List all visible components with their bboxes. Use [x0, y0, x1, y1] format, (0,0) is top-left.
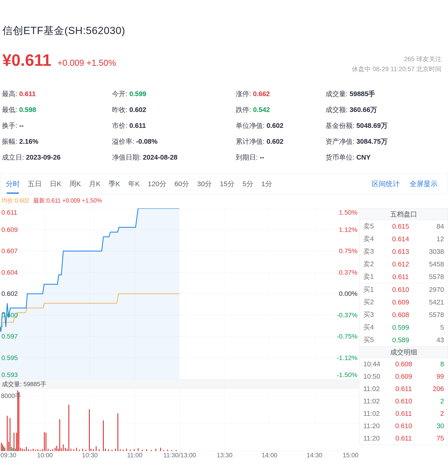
tab-links: 区间统计全屏显示 [372, 179, 447, 189]
stat-item: 成交量: 59885手 [325, 89, 388, 98]
tab-60分[interactable]: 60分 [174, 174, 189, 194]
trade-price: 0.611 [389, 410, 418, 417]
percent-axis-label: -0.37% [337, 312, 357, 319]
trade-row: 11:200.61175 [360, 432, 448, 444]
tab-120分[interactable]: 120分 [148, 174, 166, 194]
quote-meta: 265 球友关注 休盘中 08-29 11:20:57 北京时间 [352, 54, 442, 74]
stat-item: 累计净值: 0.602 [236, 137, 284, 146]
tab-月K[interactable]: 月K [89, 174, 101, 194]
price-axis-label: 0.602 [1, 290, 18, 297]
tab-分时[interactable]: 分时 [6, 174, 20, 194]
stat-item: 昨收: 0.602 [112, 105, 177, 114]
stat-label: 昨收: [112, 106, 129, 113]
trade-detail-title: 成交明细 [360, 346, 448, 358]
stat-value: 0.602 [267, 122, 284, 129]
order-volume: 43 [416, 336, 444, 344]
time-tick-11-00: 11:00 [127, 452, 142, 459]
stat-label: 溢价率: [112, 138, 136, 145]
active-tab-underline [7, 193, 19, 194]
tab-季K[interactable]: 季K [108, 174, 120, 194]
trade-row: 11:200.61030 [360, 420, 448, 432]
order-volume: 2970 [416, 286, 444, 294]
stat-label: 最高: [2, 90, 19, 97]
stat-item: 溢价率: -0.08% [112, 137, 177, 146]
trade-volume: 75 [418, 435, 444, 442]
price-row: ¥0.611 +0.009 +1.50% [2, 51, 116, 69]
order-level: 买4 [363, 323, 385, 332]
trade-row: 11:020.611206 [360, 383, 448, 395]
stat-item: 最高: 0.611 [2, 89, 60, 98]
stat-label: 成交量: [325, 90, 350, 97]
tab-15分[interactable]: 15分 [220, 174, 234, 194]
price-axis-label: 0.611 [1, 209, 17, 216]
stat-label: 到期日: [236, 153, 260, 161]
link-全屏显示[interactable]: 全屏显示 [409, 179, 437, 189]
price-change: +0.009 +1.50% [57, 58, 116, 68]
order-book-row: 卖10.6115578 [360, 270, 448, 283]
stat-label: 成立日: [2, 153, 26, 161]
time-tick-14-30: 14:30 [306, 452, 323, 459]
order-level: 卖4 [363, 234, 385, 244]
stat-label: 跌停: [236, 106, 253, 113]
trade-row: 11:020.6112 [360, 407, 448, 420]
stat-item: 基金份额: 5048.69万 [325, 121, 388, 130]
stat-item: 成交额: 360.66万 [325, 105, 388, 114]
order-book-row: 买20.6095421 [360, 296, 448, 308]
order-book-row: 卖20.6125458 [360, 258, 448, 270]
order-level: 卖3 [363, 247, 385, 256]
stat-value: 360.66万 [350, 106, 377, 113]
tab-五日[interactable]: 五日 [28, 174, 42, 194]
trade-volume: 30 [418, 422, 444, 430]
tab-日K[interactable]: 日K [50, 174, 61, 194]
stat-item: 最低: 0.598 [2, 105, 60, 114]
trade-price: 0.611 [389, 385, 418, 393]
stat-item: 单位净值: 0.602 [236, 121, 284, 130]
order-level: 买5 [363, 335, 385, 345]
order-book-row: 买10.6102970 [360, 283, 448, 296]
intraday-price-chart[interactable]: 0.6110.6090.6070.6040.6020.6000.5970.595… [0, 208, 359, 379]
order-price: 0.608 [385, 311, 416, 319]
stat-label: 资产净值: [325, 138, 356, 145]
stat-value: 0.602 [267, 138, 284, 145]
price-axis-label: 0.600 [1, 312, 18, 319]
link-区间统计[interactable]: 区间统计 [372, 179, 400, 189]
stat-label: 振幅: [2, 138, 19, 145]
order-book-row: 买50.58943 [360, 334, 448, 346]
market-status: 休盘中 08-29 11:20:57 北京时间 [352, 64, 442, 74]
stat-value: -0.08% [136, 138, 158, 145]
tab-年K[interactable]: 年K [128, 174, 140, 194]
trade-time: 10:50 [363, 373, 389, 380]
stat-label: 基金份额: [325, 122, 356, 129]
price-axis-label: 0.607 [1, 247, 18, 255]
order-price: 0.614 [385, 235, 416, 243]
trade-time: 11:02 [363, 397, 389, 405]
trade-time: 11:20 [363, 422, 389, 430]
order-volume: 5458 [416, 261, 444, 268]
tab-5分[interactable]: 5分 [242, 174, 253, 194]
stat-value: 5048.69万 [356, 122, 388, 129]
ask-levels: 卖50.61584卖40.61412卖30.6133038卖20.6125458… [360, 220, 448, 283]
page-title: 信创ETF基金(SH:562030) [2, 24, 125, 38]
volume-chart[interactable]: 8000手 [0, 389, 359, 451]
price-axis-label: 0.609 [1, 226, 18, 233]
stat-label: 成交额: [325, 106, 350, 113]
order-book-row: 卖30.6133038 [360, 245, 448, 258]
tab-周K[interactable]: 周K [69, 174, 81, 194]
tab-1分[interactable]: 1分 [261, 174, 272, 194]
trade-price: 0.610 [389, 422, 418, 430]
stat-value: 2023-09-26 [26, 153, 60, 161]
trade-volume: 8 [418, 360, 444, 368]
order-price: 0.609 [385, 298, 416, 306]
stat-value: -- [19, 122, 23, 129]
stat-value: 59885手 [350, 90, 375, 97]
percent-axis-label: -1.50% [337, 371, 357, 379]
order-volume: 5578 [416, 273, 444, 281]
trade-time: 11:02 [363, 385, 389, 393]
order-book-row: 买40.5995 [360, 321, 448, 334]
tab-30分[interactable]: 30分 [197, 174, 212, 194]
trade-volume: 2 [418, 397, 444, 405]
order-price: 0.613 [385, 248, 416, 255]
chart-legend: 均价:0.602 最新:0.611 +0.009 +1.50% [1, 197, 102, 204]
current-price: ¥0.611 [2, 51, 51, 69]
order-price: 0.612 [385, 261, 416, 268]
